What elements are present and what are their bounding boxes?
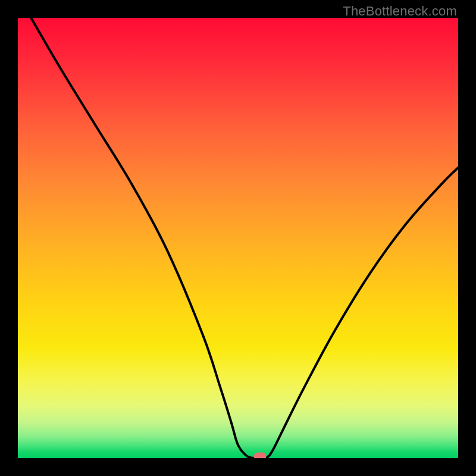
plot-area (18, 18, 458, 458)
curve-path (31, 18, 458, 458)
bottleneck-curve (18, 18, 458, 458)
watermark-text: TheBottleneck.com (343, 4, 457, 19)
optimal-marker (254, 453, 267, 459)
chart-root: TheBottleneck.com (0, 0, 476, 476)
